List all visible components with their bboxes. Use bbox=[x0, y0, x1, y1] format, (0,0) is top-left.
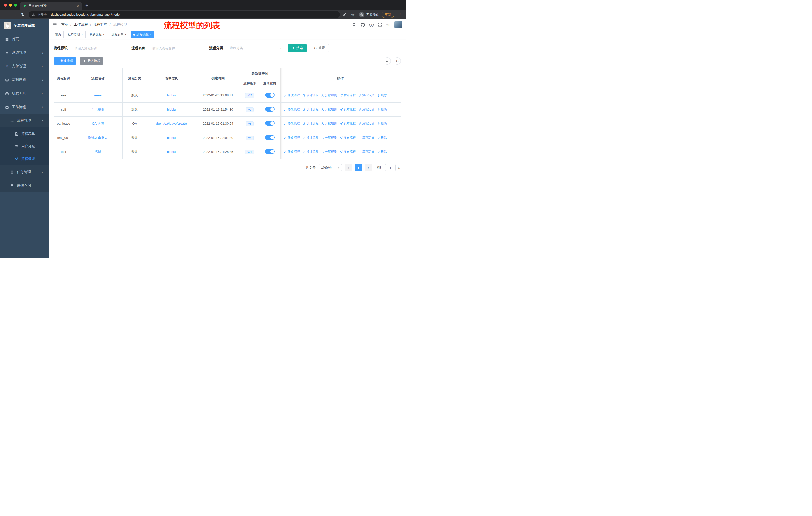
active-toggle[interactable] bbox=[265, 121, 274, 126]
fullscreen-icon[interactable] bbox=[378, 23, 382, 27]
delete-link[interactable]: 删除 bbox=[377, 107, 387, 112]
process-definition-link[interactable]: 流程定义 bbox=[358, 136, 374, 140]
process-name-input[interactable] bbox=[149, 44, 205, 52]
close-icon[interactable]: × bbox=[81, 33, 83, 36]
active-toggle[interactable] bbox=[265, 149, 274, 154]
sidebar-item-process-form[interactable]: 流程表单 bbox=[0, 128, 49, 140]
process-definition-link[interactable]: 流程定义 bbox=[358, 107, 374, 112]
page-number-button[interactable]: 1 bbox=[355, 164, 362, 171]
address-bar[interactable]: 不安全 dashboard.yudao.iocoder.cn/bpm/manag… bbox=[29, 11, 340, 18]
search-button[interactable]: 搜索 bbox=[288, 44, 307, 52]
assign-rule-link[interactable]: 分配规则 bbox=[321, 121, 337, 126]
toggle-search-button[interactable] bbox=[384, 57, 391, 65]
browser-menu-icon[interactable]: ⋮ bbox=[398, 12, 403, 17]
font-size-icon[interactable]: TT bbox=[386, 23, 390, 27]
import-process-button[interactable]: 导入流程 bbox=[80, 57, 104, 65]
publish-process-link[interactable]: 发布流程 bbox=[340, 107, 356, 112]
process-definition-link[interactable]: 流程定义 bbox=[358, 93, 374, 98]
form-info-link[interactable]: biubiu bbox=[167, 108, 176, 111]
publish-process-link[interactable]: 发布流程 bbox=[340, 121, 356, 126]
breadcrumb-workflow[interactable]: 工作流程 bbox=[74, 22, 88, 27]
tab-close-icon[interactable]: × bbox=[77, 4, 79, 8]
form-info-link[interactable]: biubiu bbox=[167, 93, 176, 97]
security-label[interactable]: 不安全 bbox=[37, 12, 47, 17]
sidebar-item-task-mgmt[interactable]: 任务管理 ∨ bbox=[0, 165, 49, 179]
design-process-link[interactable]: 设计流程 bbox=[302, 107, 318, 112]
design-process-link[interactable]: 设计流程 bbox=[302, 150, 318, 154]
edit-process-link[interactable]: 修改流程 bbox=[284, 121, 300, 126]
publish-process-link[interactable]: 发布流程 bbox=[340, 136, 356, 140]
tag-home[interactable]: 首页 bbox=[53, 31, 64, 38]
design-process-link[interactable]: 设计流程 bbox=[302, 136, 318, 140]
page-size-select[interactable]: 10条/页 ▾ bbox=[319, 164, 342, 171]
publish-process-link[interactable]: 发布流程 bbox=[340, 150, 356, 154]
delete-link[interactable]: 删除 bbox=[377, 121, 387, 126]
browser-tab[interactable]: 芋道管理系统 × bbox=[20, 1, 82, 10]
goto-page-input[interactable] bbox=[385, 164, 396, 171]
category-select[interactable]: 流程分类 ▾ bbox=[227, 44, 284, 52]
process-name-link[interactable]: OA 请假 bbox=[92, 122, 104, 126]
close-icon[interactable]: × bbox=[103, 33, 105, 36]
github-icon[interactable] bbox=[361, 23, 365, 27]
url-text[interactable]: dashboard.yudao.iocoder.cn/bpm/manager/m… bbox=[51, 13, 120, 17]
minimize-window-button[interactable] bbox=[9, 3, 12, 6]
sidebar-item-devtools[interactable]: 研发工具 ∨ bbox=[0, 87, 49, 100]
prev-page-button[interactable]: ‹ bbox=[345, 164, 352, 171]
sidebar-item-system[interactable]: 系统管理 ∨ bbox=[0, 46, 49, 59]
process-name-link[interactable]: 自己审批 bbox=[91, 108, 105, 111]
sidebar-item-home[interactable]: 首页 bbox=[0, 32, 49, 46]
create-process-button[interactable]: + 新建流程 bbox=[54, 57, 76, 65]
sidebar-fold-icon[interactable] bbox=[53, 22, 57, 27]
form-info-link[interactable]: biubiu bbox=[167, 150, 176, 154]
tag-process-form[interactable]: 流程表单 × bbox=[109, 31, 129, 38]
zoom-window-button[interactable] bbox=[14, 3, 17, 6]
active-toggle[interactable] bbox=[265, 93, 274, 98]
edit-process-link[interactable]: 修改流程 bbox=[284, 107, 300, 112]
sidebar-item-process-model[interactable]: 流程模型 bbox=[0, 153, 49, 165]
tag-process-model[interactable]: 流程模型 × bbox=[130, 31, 154, 38]
bookmark-star-icon[interactable]: ☆ bbox=[350, 12, 356, 17]
process-key-input[interactable] bbox=[71, 44, 127, 52]
refresh-table-button[interactable]: ↻ bbox=[394, 57, 401, 65]
form-info-link[interactable]: biubiu bbox=[167, 136, 176, 140]
active-toggle[interactable] bbox=[265, 107, 274, 112]
design-process-link[interactable]: 设计流程 bbox=[302, 121, 318, 126]
breadcrumb-home[interactable]: 首页 bbox=[61, 22, 68, 27]
active-toggle[interactable] bbox=[265, 135, 274, 140]
close-icon[interactable]: × bbox=[150, 33, 152, 36]
assign-rule-link[interactable]: 分配规则 bbox=[321, 136, 337, 140]
sidebar-item-leave-query[interactable]: 请假查询 bbox=[0, 179, 49, 192]
assign-rule-link[interactable]: 分配规则 bbox=[321, 150, 337, 154]
form-info-link[interactable]: /bpm/oa/leave/create bbox=[156, 122, 186, 126]
next-page-button[interactable]: › bbox=[365, 164, 372, 171]
edit-process-link[interactable]: 修改流程 bbox=[284, 136, 300, 140]
process-name-link[interactable]: 测试多审批人 bbox=[88, 136, 108, 140]
publish-process-link[interactable]: 发布流程 bbox=[340, 93, 356, 98]
browser-update-button[interactable]: 更新 bbox=[382, 11, 394, 18]
tag-my-process[interactable]: 我的流程 × bbox=[87, 31, 108, 38]
breadcrumb-process-mgmt[interactable]: 流程管理 bbox=[93, 22, 108, 27]
sidebar-item-user-group[interactable]: 用户分组 bbox=[0, 140, 49, 153]
close-window-button[interactable] bbox=[4, 3, 7, 6]
edit-process-link[interactable]: 修改流程 bbox=[284, 93, 300, 98]
tag-tenant-mgmt[interactable]: 租户管理 × bbox=[65, 31, 86, 38]
sidebar-item-payment[interactable]: ¥ 支付管理 ∨ bbox=[0, 59, 49, 73]
help-icon[interactable]: ? bbox=[369, 23, 374, 27]
forward-button[interactable]: → bbox=[11, 12, 17, 17]
avatar[interactable] bbox=[395, 21, 402, 28]
delete-link[interactable]: 删除 bbox=[377, 93, 387, 98]
password-key-icon[interactable] bbox=[343, 12, 347, 17]
sidebar-item-process-mgmt[interactable]: 流程管理 ∧ bbox=[0, 114, 49, 128]
edit-process-link[interactable]: 修改流程 bbox=[284, 150, 300, 154]
process-definition-link[interactable]: 流程定义 bbox=[358, 150, 374, 154]
assign-rule-link[interactable]: 分配规则 bbox=[321, 93, 337, 98]
search-icon[interactable] bbox=[352, 23, 356, 27]
back-button[interactable]: ← bbox=[3, 12, 8, 17]
reset-button[interactable]: ↻ 重置 bbox=[310, 44, 329, 52]
reload-button[interactable]: ↻ bbox=[20, 12, 26, 18]
process-name-link[interactable]: 滔博 bbox=[95, 150, 101, 154]
design-process-link[interactable]: 设计流程 bbox=[302, 93, 318, 98]
assign-rule-link[interactable]: 分配规则 bbox=[321, 107, 337, 112]
sidebar-item-workflow[interactable]: 工作流程 ∧ bbox=[0, 100, 49, 114]
new-tab-button[interactable]: + bbox=[85, 3, 88, 8]
